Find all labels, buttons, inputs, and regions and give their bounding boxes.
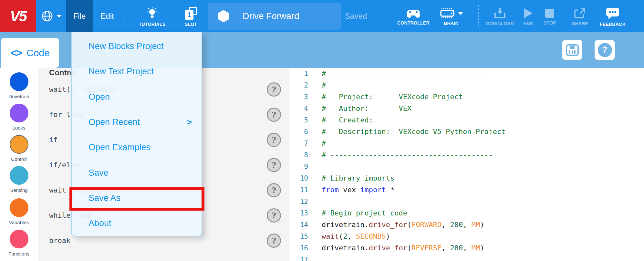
category-label: Control (11, 156, 26, 162)
tutorials-label: TUTORIALS (139, 22, 166, 27)
stop-label: STOP (543, 20, 556, 26)
line-number: 15 (289, 231, 311, 242)
share-button: SHARE (565, 0, 595, 32)
category-sensing[interactable]: Sensing (0, 166, 38, 193)
menu-item-open[interactable]: Open (72, 84, 202, 110)
tutorials-button[interactable]: TUTORIALS (134, 0, 170, 32)
slot-button[interactable]: 1 SLOT (176, 0, 206, 32)
line-number: 1 (289, 68, 311, 79)
palette-command-row[interactable]: if (49, 135, 58, 145)
controller-icon (406, 8, 421, 18)
line-number: 3 (289, 91, 311, 103)
edit-menu-button[interactable]: Edit (93, 0, 122, 32)
file-menu-button[interactable]: File (66, 0, 93, 32)
code-line-text: # Author: VEX (311, 103, 411, 114)
code-line-text: # (311, 79, 326, 91)
line-number: 12 (289, 196, 311, 207)
menu-item-label: About (88, 218, 111, 228)
controller-label: CONTROLLER (397, 20, 430, 26)
control-category-icon[interactable] (10, 135, 28, 154)
toolbar-separator (478, 5, 479, 26)
edit-menu-label: Edit (100, 12, 114, 21)
category-variables[interactable]: Variables (0, 198, 38, 225)
line-number: 2 (289, 79, 311, 91)
file-menu-label: File (73, 12, 86, 21)
code-line: 6# Description: VEXcode V5 Python Projec… (289, 126, 644, 138)
code-line-text (311, 196, 322, 207)
code-line-text: drivetrain.drive_for(REVERSE, 200, MM) (311, 242, 484, 254)
dropdown-caret-icon (57, 15, 62, 18)
command-help-icon[interactable]: ? (267, 133, 281, 147)
category-label: Functions (8, 251, 29, 256)
code-line: 2# (289, 79, 644, 91)
download-button: DOWNLOAD (482, 0, 518, 32)
category-label: Drivetrain (8, 94, 29, 99)
project-name-field[interactable]: Drive Forward (208, 3, 341, 30)
v5-logo: V5 (0, 0, 36, 32)
share-icon (574, 7, 587, 19)
brain-label: BRAIN (444, 21, 459, 26)
brain-button[interactable]: BRAIN (434, 0, 468, 32)
feedback-button[interactable]: FEEDBACK (595, 0, 630, 32)
help-icon: ? (598, 43, 612, 57)
functions-category-icon[interactable] (10, 230, 28, 248)
category-label: Sensing (10, 187, 27, 193)
controller-button[interactable]: CONTROLLER (392, 0, 434, 32)
menu-item-about[interactable]: About (72, 211, 202, 236)
tab-code[interactable]: <> Code (1, 38, 59, 68)
palette-command-row[interactable]: break (49, 236, 70, 245)
code-line: 10# Library imports (289, 172, 644, 184)
menu-item-new-text-project[interactable]: New Text Project (72, 59, 202, 84)
menu-item-label: Open Examples (88, 142, 151, 152)
stop-button: STOP (539, 0, 561, 32)
code-line: 15wait(2, SECONDS) (289, 231, 644, 242)
brain-dropdown-caret-icon[interactable] (458, 12, 463, 15)
code-tab-label: Code (26, 47, 50, 58)
v5-logo-text: V5 (10, 7, 26, 25)
download-icon (493, 7, 506, 19)
code-editor[interactable]: 1# -------------------------------------… (289, 68, 644, 261)
console-button[interactable] (562, 40, 582, 60)
code-brackets-icon: <> (10, 47, 21, 59)
menu-item-open-examples[interactable]: Open Examples (72, 135, 202, 160)
annotation-highlight-save-as (69, 187, 204, 211)
code-line: 8# -------------------------------------… (289, 149, 644, 161)
menu-item-save[interactable]: Save (72, 160, 202, 185)
console-icon (566, 44, 579, 56)
code-line: 5# Created: (289, 114, 644, 126)
command-help-icon[interactable]: ? (267, 234, 281, 248)
sensing-category-icon[interactable] (10, 166, 28, 185)
vexcode-app: V5 File Edit (0, 0, 644, 261)
category-looks[interactable]: Looks (0, 104, 38, 130)
command-help-icon[interactable]: ? (267, 183, 281, 197)
menu-item-new-blocks-project[interactable]: New Blocks Project (72, 34, 202, 59)
category-drivetrain[interactable]: Drivetrain (0, 72, 38, 99)
looks-category-icon[interactable] (10, 104, 28, 122)
code-line-text (311, 161, 322, 172)
hexagon-icon (218, 10, 229, 22)
category-functions[interactable]: Functions (0, 230, 38, 256)
slot-number: 1 (185, 10, 193, 20)
lightbulb-icon (146, 7, 158, 20)
command-help-icon[interactable]: ? (267, 158, 281, 172)
drivetrain-category-icon[interactable] (10, 72, 28, 91)
code-line-text (311, 254, 322, 261)
line-number: 4 (289, 103, 311, 114)
line-number: 10 (289, 172, 311, 184)
code-line: 13# Begin project code (289, 207, 644, 219)
variables-category-icon[interactable] (10, 198, 28, 217)
code-line: 7# (289, 138, 644, 149)
top-bar: V5 File Edit (0, 0, 644, 32)
command-help-icon[interactable]: ? (267, 82, 281, 97)
command-help-icon[interactable]: ? (267, 108, 281, 122)
line-number: 5 (289, 114, 311, 126)
command-help-icon[interactable]: ? (267, 208, 281, 223)
code-line: 9 (289, 161, 644, 172)
code-line-text: wait(2, SECONDS) (311, 231, 390, 242)
code-line: 12 (289, 196, 644, 207)
category-control[interactable]: Control (0, 135, 38, 162)
help-button[interactable]: ? (595, 40, 615, 60)
menu-item-open-recent[interactable]: Open Recent> (72, 110, 202, 135)
run-icon (524, 8, 533, 19)
language-button[interactable] (36, 0, 66, 32)
